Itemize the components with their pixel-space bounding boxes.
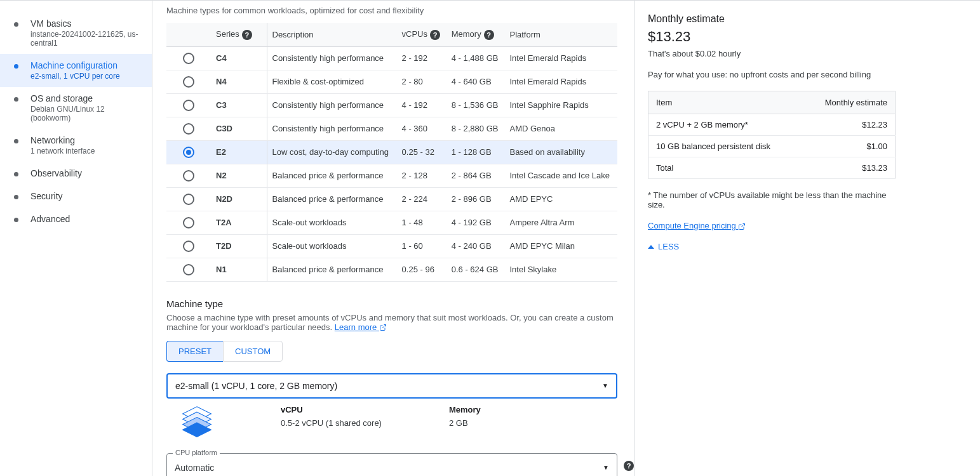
series-radio[interactable]: [183, 123, 194, 135]
external-link-icon: [379, 324, 387, 331]
estimate-panel: Monthly estimate $13.23 That's about $0.…: [635, 1, 915, 476]
chevron-down-icon: ▼: [602, 382, 608, 389]
machine-type-tabs: PRESET CUSTOM: [166, 341, 634, 362]
machine-type-dropdown[interactable]: e2-small (1 vCPU, 1 core, 2 GB memory) ▼: [166, 373, 617, 399]
series-radio[interactable]: [183, 264, 194, 275]
series-desc: Consistently high performance: [267, 46, 397, 70]
estimate-item: 10 GB balanced persistent disk: [648, 136, 803, 157]
machine-type-title: Machine type: [166, 298, 634, 309]
series-header-description: Description: [267, 23, 397, 46]
sidebar-item-advanced[interactable]: Advanced: [0, 208, 152, 230]
series-vcpus: 2 - 224: [397, 187, 446, 211]
series-vcpus: 0.25 - 96: [397, 258, 446, 281]
sidebar: VM basics instance-20241002-121625, us-c…: [0, 1, 152, 476]
pricing-link[interactable]: Compute Engine pricing: [648, 221, 746, 230]
less-button[interactable]: LESS: [648, 242, 896, 251]
series-vcpus: 2 - 80: [397, 70, 446, 93]
help-icon[interactable]: ?: [242, 30, 252, 40]
learn-more-link[interactable]: Learn more: [335, 322, 387, 332]
series-radio[interactable]: [183, 241, 194, 252]
series-vcpus: 0.25 - 32: [397, 140, 446, 164]
series-memory: 2 - 896 GB: [446, 187, 505, 211]
table-row[interactable]: C4Consistently high performance2 - 1924 …: [166, 46, 617, 70]
main: Machine types for common workloads, opti…: [152, 1, 980, 476]
table-row[interactable]: T2DScale-out workloads1 - 604 - 240 GBAM…: [166, 234, 617, 258]
sidebar-item-observability[interactable]: Observability: [0, 162, 152, 185]
estimate-cost: $1.00: [803, 136, 896, 157]
series-vcpus: 2 - 128: [397, 164, 446, 187]
estimate-item: Total: [648, 157, 803, 179]
less-label: LESS: [658, 242, 679, 251]
help-icon[interactable]: ?: [484, 30, 494, 40]
help-icon[interactable]: ?: [430, 30, 440, 40]
series-platform: Intel Sapphire Rapids: [504, 93, 617, 117]
series-radio[interactable]: [183, 194, 194, 205]
table-row[interactable]: T2AScale-out workloads1 - 484 - 192 GBAm…: [166, 211, 617, 234]
series-platform: Intel Emerald Rapids: [504, 46, 617, 70]
tab-custom[interactable]: CUSTOM: [223, 341, 283, 362]
table-row[interactable]: E2Low cost, day-to-day computing0.25 - 3…: [166, 140, 617, 164]
table-row[interactable]: N4Flexible & cost-optimized2 - 804 - 640…: [166, 70, 617, 93]
series-platform: Intel Skylake: [504, 258, 617, 281]
table-row[interactable]: C3Consistently high performance4 - 1928 …: [166, 93, 617, 117]
series-desc: Low cost, day-to-day computing: [267, 140, 397, 164]
sidebar-item-networking[interactable]: Networking 1 network interface: [0, 129, 152, 162]
series-platform: Based on availability: [504, 140, 617, 164]
step-dot-icon: [14, 218, 18, 222]
series-radio[interactable]: [183, 100, 194, 111]
series-radio[interactable]: [183, 147, 194, 158]
series-name: T2D: [211, 234, 267, 258]
machine-type-desc: Choose a machine type with preset amount…: [166, 313, 634, 332]
sidebar-item-sub: 1 network interface: [30, 147, 139, 155]
series-desc: Consistently high performance: [267, 93, 397, 117]
series-platform: Intel Cascade and Ice Lake: [504, 164, 617, 187]
series-memory: 4 - 192 GB: [446, 211, 505, 234]
step-dot-icon: [14, 195, 18, 199]
series-vcpus: 1 - 48: [397, 211, 446, 234]
series-radio[interactable]: [183, 170, 194, 182]
sidebar-item-label: Observability: [30, 168, 139, 178]
sidebar-item-label: Machine configuration: [30, 60, 139, 70]
series-header-platform: Platform: [504, 23, 617, 46]
series-memory: 1 - 128 GB: [446, 140, 505, 164]
series-radio[interactable]: [183, 53, 194, 64]
sidebar-item-sub: Debian GNU/Linux 12 (bookworm): [30, 105, 139, 122]
series-name: N4: [211, 70, 267, 93]
estimate-title: Monthly estimate: [648, 13, 896, 25]
table-row[interactable]: C3DConsistently high performance4 - 3608…: [166, 117, 617, 140]
series-desc: Balanced price & performance: [267, 164, 397, 187]
tab-preset[interactable]: PRESET: [166, 341, 223, 362]
estimate-price: $13.23: [648, 29, 896, 45]
series-header-series: Series?: [211, 23, 267, 46]
sidebar-item-vm-basics[interactable]: VM basics instance-20241002-121625, us-c…: [0, 12, 152, 54]
series-memory: 0.6 - 624 GB: [446, 258, 505, 281]
cpu-platform-label: CPU platform: [173, 449, 220, 456]
series-memory: 8 - 1,536 GB: [446, 93, 505, 117]
memory-label: Memory: [449, 405, 617, 414]
table-row[interactable]: N2Balanced price & performance2 - 1282 -…: [166, 164, 617, 187]
cpu-platform-dropdown[interactable]: Automatic ▼: [166, 453, 617, 476]
series-memory: 4 - 640 GB: [446, 70, 505, 93]
sidebar-item-label: OS and storage: [30, 93, 139, 103]
step-dot-icon: [14, 139, 18, 143]
step-dot-icon: [14, 172, 18, 176]
table-row[interactable]: N2DBalanced price & performance2 - 2242 …: [166, 187, 617, 211]
help-icon[interactable]: ?: [624, 461, 634, 471]
sidebar-item-label: Security: [30, 191, 139, 201]
series-name: C4: [211, 46, 267, 70]
series-name: C3D: [211, 117, 267, 140]
machine-type-value: e2-small (1 vCPU, 1 core, 2 GB memory): [175, 381, 337, 391]
series-memory: 8 - 2,880 GB: [446, 117, 505, 140]
chevron-down-icon: ▼: [603, 464, 609, 471]
series-radio[interactable]: [183, 76, 194, 88]
sidebar-item-security[interactable]: Security: [0, 185, 152, 208]
machine-stack-icon: [166, 405, 281, 440]
series-platform: Ampere Altra Arm: [504, 211, 617, 234]
series-radio[interactable]: [183, 217, 194, 228]
sidebar-item-os-storage[interactable]: OS and storage Debian GNU/Linux 12 (book…: [0, 87, 152, 129]
sidebar-item-label: VM basics: [30, 18, 139, 29]
estimate-item: 2 vCPU + 2 GB memory*: [648, 114, 803, 136]
series-memory: 4 - 240 GB: [446, 234, 505, 258]
sidebar-item-machine-configuration[interactable]: Machine configuration e2-small, 1 vCPU p…: [0, 54, 152, 87]
table-row[interactable]: N1Balanced price & performance0.25 - 960…: [166, 258, 617, 281]
